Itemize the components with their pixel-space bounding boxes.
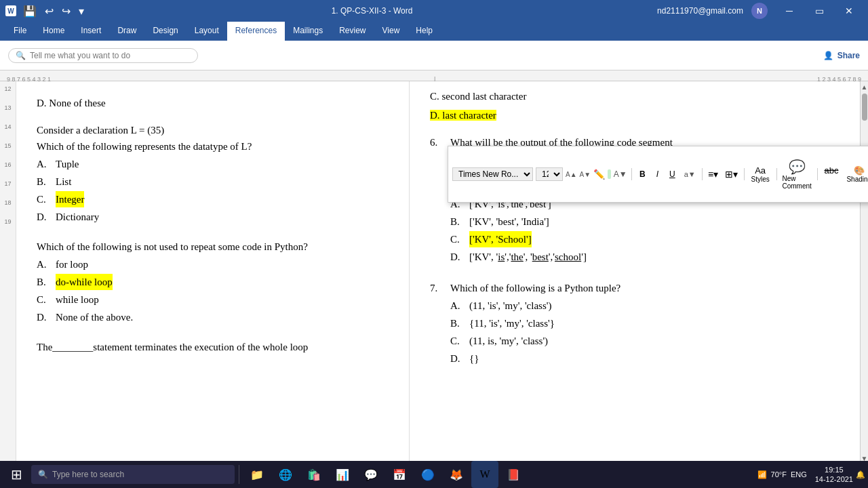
highlight-color[interactable]	[608, 169, 611, 179]
taskbar-search-placeholder: Type here to search	[52, 470, 124, 479]
user-email: nd2111970@gmail.com	[657, 6, 743, 16]
font-name-select[interactable]: Times New Ro...	[452, 167, 533, 181]
repeat-option-c: C. while loop	[37, 291, 389, 308]
title-bar-right: nd2111970@gmail.com N ─ ▭ ✕	[657, 0, 863, 22]
tb-sys-icons: 📶 70°F ENG	[752, 470, 812, 479]
repeat-question: Which of the following is not used to re…	[37, 239, 389, 255]
q5-answer-c: Integer	[56, 191, 84, 207]
undo-button[interactable]: ↩	[42, 3, 56, 19]
question-repeat: Which of the following is not used to re…	[37, 239, 389, 325]
clock-date: 14-12-2021	[815, 474, 853, 484]
taskbar-search-icon: 🔍	[38, 470, 48, 479]
styles-button[interactable]: Aa Styles	[749, 164, 772, 184]
taskbar-file-explorer[interactable]: 📁	[243, 461, 271, 488]
underline-button[interactable]: U	[665, 168, 679, 180]
save-button[interactable]: 💾	[20, 3, 39, 19]
margin-13: 13	[4, 103, 11, 122]
left-column: D. None of these Consider a declaration …	[16, 81, 410, 464]
q5-option-d-text: Dictionary	[56, 209, 99, 225]
font-size-select[interactable]: 12	[536, 167, 563, 181]
taskbar-teams[interactable]: 💬	[357, 461, 384, 488]
taskbar-firefox[interactable]: 🦊	[443, 461, 470, 488]
strikethrough-button[interactable]: abc abc	[821, 164, 841, 184]
indent-icon[interactable]: ⊞▾	[723, 168, 740, 180]
redo-button[interactable]: ↪	[59, 3, 73, 19]
strikethrough-color[interactable]: a▼	[682, 169, 698, 179]
tab-view[interactable]: View	[374, 22, 408, 41]
question-7: 7. Which of the following is a Python tu…	[430, 280, 840, 368]
start-button[interactable]: ⊞	[3, 461, 30, 488]
network-icon[interactable]: 📶	[757, 470, 767, 479]
quick-access-more[interactable]: ▾	[76, 3, 87, 19]
share-button[interactable]: 👤 Share	[823, 51, 860, 60]
font-toolbar: Times New Ro... 12 A▲ A▼ ✏️ A▼ B I U a▼ …	[448, 146, 868, 203]
question-5: Consider a declaration L = (35) Which of…	[37, 122, 389, 225]
minimize-button[interactable]: ─	[776, 0, 803, 22]
left-margin: 12 13 14 15 16 17 18 19	[0, 81, 16, 464]
item-d-none: D. None of these	[37, 95, 389, 111]
temp-label: 70°F	[771, 470, 787, 479]
maximize-button[interactable]: ▭	[806, 0, 833, 22]
tab-help[interactable]: Help	[408, 22, 441, 41]
tab-review[interactable]: Review	[331, 22, 374, 41]
tab-references[interactable]: References	[227, 22, 285, 41]
repeat-option-a: A. for loop	[37, 256, 389, 272]
tell-me-placeholder: Tell me what you want to do	[30, 51, 130, 60]
margin-16: 16	[4, 160, 11, 179]
grow-icon[interactable]: A▲	[566, 171, 577, 178]
taskbar-calendar[interactable]: 📅	[386, 461, 413, 488]
scroll-thumb[interactable]	[862, 94, 867, 121]
tab-design[interactable]: Design	[144, 22, 186, 41]
q7-option-b: B. {11, 'is', 'my', 'class'}	[450, 315, 620, 331]
notification-icon[interactable]: 🔔	[856, 470, 865, 479]
taskbar-store[interactable]: 🛍️	[300, 461, 328, 488]
scrollbar-right[interactable]: ▲ ▼	[860, 81, 868, 464]
document-page: D. None of these Consider a declaration …	[16, 81, 868, 464]
q6-option-c: C. ['KV', 'School']	[450, 231, 673, 247]
format-icon[interactable]: ✏️	[593, 169, 605, 180]
tab-home[interactable]: Home	[35, 22, 73, 41]
lang-label: ENG	[791, 470, 807, 479]
list-icon[interactable]: ≡▾	[706, 168, 720, 180]
taskbar-word[interactable]: W	[471, 461, 498, 488]
q7-option-d: D. {}	[450, 350, 620, 367]
title-bar-left: W 💾 ↩ ↪ ▾	[5, 3, 87, 19]
margin-19: 19	[4, 217, 11, 236]
title-bar: W 💾 ↩ ↪ ▾ 1. QP-CS-XII-3 - Word nd211197…	[0, 0, 868, 22]
new-comment-button[interactable]: 💬 New Comment	[781, 157, 813, 191]
repeat-option-b: B. do-while loop	[37, 274, 389, 290]
taskbar-search[interactable]: 🔍 Type here to search	[31, 465, 235, 484]
clock-time: 19:15	[825, 465, 844, 474]
ruler: 9 8 7 6 5 4 3 2 1 | 1 2 3 4 5 6 7 8 9	[0, 70, 868, 81]
color-picker[interactable]: A▼	[614, 169, 627, 179]
close-button[interactable]: ✕	[835, 0, 863, 22]
bold-button[interactable]: B	[635, 168, 650, 180]
taskbar-edge[interactable]: 🌐	[272, 461, 299, 488]
taskbar-right: 📶 70°F ENG 19:15 14-12-2021 🔔	[752, 465, 865, 485]
taskbar-time: 19:15 14-12-2021	[815, 465, 853, 485]
tab-insert[interactable]: Insert	[73, 22, 109, 41]
q5-question: Which of the following represents the da…	[37, 138, 389, 155]
taskbar-chrome[interactable]: 🔵	[414, 461, 441, 488]
q5-option-d: D. Dictionary	[37, 209, 389, 225]
tab-mailings[interactable]: Mailings	[285, 22, 331, 41]
word-icon: W	[5, 5, 16, 16]
item-d-last-char: D. last character	[430, 107, 840, 123]
italic-button[interactable]: I	[652, 168, 663, 180]
taskbar-acrobat[interactable]: 📕	[500, 461, 527, 488]
tab-layout[interactable]: Layout	[186, 22, 227, 41]
ribbon-tabs: File Home Insert Draw Design Layout Refe…	[0, 22, 868, 41]
tell-me-input[interactable]: 🔍 Tell me what you want to do	[8, 48, 198, 63]
tab-file[interactable]: File	[5, 22, 35, 41]
q6-option-d: D. ['KV', 'is','the', 'best','school']	[450, 249, 673, 265]
scroll-up[interactable]: ▲	[861, 81, 868, 92]
user-avatar[interactable]: N	[751, 3, 768, 19]
q5-intro: Consider a declaration L = (35)	[37, 122, 389, 138]
tb-separator	[239, 465, 239, 484]
q6-answer-c: ['KV', 'School']	[469, 231, 532, 247]
tab-draw[interactable]: Draw	[109, 22, 144, 41]
shading-button[interactable]: 🎨 Shading	[844, 164, 868, 184]
taskbar-excel[interactable]: 📊	[329, 461, 356, 488]
shrink-icon[interactable]: A▼	[580, 171, 591, 178]
repeat-answer-b: do-while loop	[56, 274, 113, 290]
